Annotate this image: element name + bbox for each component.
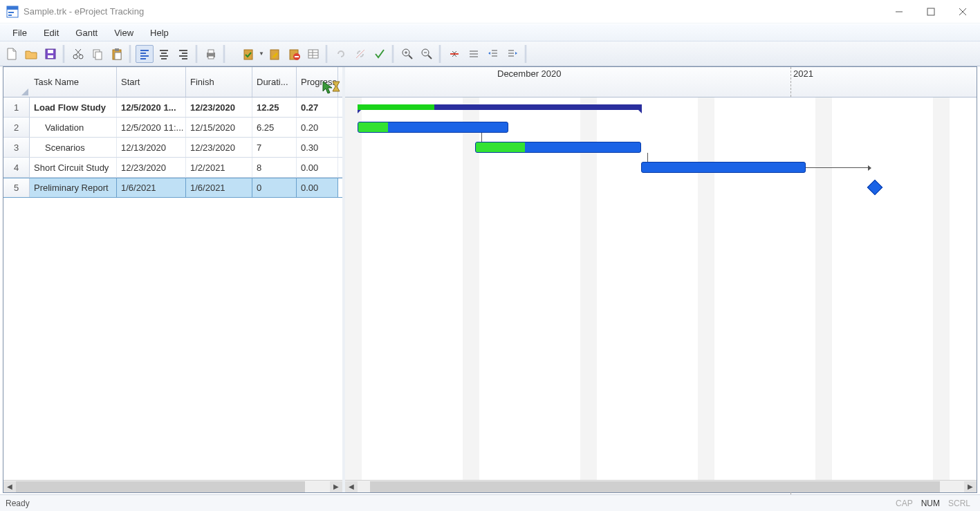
cell-progress[interactable]: 0.30 (297, 138, 338, 157)
toolbar: ▼ (0, 41, 980, 66)
gantt-body[interactable] (345, 97, 977, 480)
task-bar[interactable] (358, 122, 508, 133)
gantt-row (345, 178, 977, 198)
cell-progress[interactable]: 0.27 (297, 97, 338, 117)
scroll-right-icon[interactable]: ▶ (330, 481, 342, 492)
maximize-button[interactable] (915, 1, 947, 22)
menu-gantt[interactable]: Gantt (67, 26, 106, 39)
clipboard-check-icon[interactable] (239, 45, 257, 63)
gantt-hscroll[interactable]: ◀ ▶ (345, 480, 977, 492)
col-duration[interactable]: Durati... (252, 67, 297, 97)
scroll-left-icon[interactable]: ◀ (3, 481, 16, 492)
col-progress[interactable]: Progress (297, 67, 338, 97)
row-number[interactable]: 1 (3, 97, 30, 117)
table-row[interactable]: 4Short Circuit Study12/23/20201/2/202180… (3, 158, 342, 178)
expand-icon[interactable] (465, 45, 483, 63)
col-task-name[interactable]: Task Name (30, 67, 117, 97)
task-bar[interactable] (641, 162, 806, 173)
indent-right-icon[interactable] (503, 45, 521, 63)
cell-start[interactable]: 12/5/2020 11:... (117, 118, 186, 137)
table-icon[interactable] (304, 45, 322, 63)
table-row[interactable]: 5Preliminary Report1/6/20211/6/202100.00 (3, 178, 342, 198)
print-icon[interactable] (202, 45, 220, 63)
cell-finish[interactable]: 1/2/2021 (186, 158, 252, 177)
indent-left-icon[interactable] (484, 45, 502, 63)
zoom-in-icon[interactable] (398, 45, 416, 63)
paste-icon[interactable] (108, 45, 126, 63)
cell-name[interactable]: Load Flow Study (30, 97, 117, 117)
clipboard-edit-icon[interactable] (266, 45, 284, 63)
clipboard-remove-icon[interactable] (285, 45, 303, 63)
minimize-button[interactable] (883, 1, 915, 22)
task-bar[interactable] (475, 142, 641, 153)
cell-progress[interactable]: 0.00 (297, 178, 338, 197)
cell-name[interactable]: Validation (30, 118, 117, 137)
align-center-icon[interactable] (155, 45, 173, 63)
task-grid-pane: Task Name Start Finish Durati... Progres… (3, 67, 345, 492)
milestone[interactable] (867, 180, 883, 196)
cell-name[interactable]: Scenarios (30, 138, 117, 157)
cell-name[interactable]: Preliminary Report (30, 178, 117, 197)
cell-duration[interactable]: 12.25 (252, 97, 297, 117)
menu-file[interactable]: File (4, 26, 35, 39)
row-number[interactable]: 3 (3, 138, 30, 157)
menu-help[interactable]: Help (142, 26, 177, 39)
toolbar-separator (325, 45, 329, 63)
row-number[interactable]: 5 (3, 178, 30, 197)
svg-rect-33 (208, 50, 214, 53)
menubar: File Edit Gantt View Help (0, 24, 980, 41)
toolbar-separator (438, 45, 443, 63)
collapse-icon[interactable] (445, 45, 463, 63)
table-row[interactable]: 1Load Flow Study12/5/2020 1...12/23/2020… (3, 97, 342, 118)
cell-start[interactable]: 12/13/2020 (117, 138, 186, 157)
dependency-link (806, 167, 871, 168)
svg-rect-3 (8, 15, 12, 16)
cell-duration[interactable]: 8 (252, 158, 297, 177)
scroll-right-icon[interactable]: ▶ (964, 481, 977, 492)
col-finish[interactable]: Finish (186, 67, 252, 97)
cell-start[interactable]: 12/23/2020 (117, 158, 186, 177)
cut-icon[interactable] (69, 45, 87, 63)
save-icon[interactable] (41, 45, 59, 63)
cell-progress[interactable]: 0.20 (297, 118, 338, 137)
link-icon[interactable] (332, 45, 350, 63)
menu-view[interactable]: View (106, 26, 142, 39)
open-file-icon[interactable] (22, 45, 40, 63)
col-start[interactable]: Start (117, 67, 186, 97)
cell-finish[interactable]: 12/15/2020 (186, 118, 252, 137)
summary-bar[interactable] (358, 104, 642, 110)
row-number[interactable]: 4 (3, 158, 30, 177)
svg-rect-9 (48, 50, 53, 53)
gantt-header: December 2020 2021 (345, 67, 977, 97)
row-number[interactable]: 2 (3, 118, 30, 137)
cell-name[interactable]: Short Circuit Study (30, 158, 117, 177)
cell-duration[interactable]: 7 (252, 138, 297, 157)
close-button[interactable] (947, 1, 979, 22)
status-cap: CAP (891, 499, 917, 508)
year-label: 2021 (793, 68, 813, 79)
cell-finish[interactable]: 12/23/2020 (186, 97, 252, 117)
task-grid[interactable]: Task Name Start Finish Durati... Progres… (3, 67, 342, 492)
cell-start[interactable]: 1/6/2021 (117, 178, 186, 197)
copy-icon[interactable] (89, 45, 107, 63)
grid-hscroll[interactable]: ◀ ▶ (3, 480, 342, 492)
cell-progress[interactable]: 0.00 (297, 158, 338, 177)
cell-finish[interactable]: 1/6/2021 (186, 178, 252, 197)
new-file-icon[interactable] (3, 45, 21, 63)
align-left-icon[interactable] (136, 45, 154, 63)
unlink-icon[interactable] (351, 45, 369, 63)
table-row[interactable]: 3Scenarios12/13/202012/23/202070.30 (3, 138, 342, 158)
grid-corner[interactable] (3, 67, 30, 97)
cell-duration[interactable]: 6.25 (252, 118, 297, 137)
svg-rect-2 (8, 12, 14, 13)
cell-duration[interactable]: 0 (252, 178, 297, 197)
scroll-left-icon[interactable]: ◀ (345, 481, 358, 492)
checkmark-icon[interactable] (371, 45, 389, 63)
menu-edit[interactable]: Edit (35, 26, 67, 39)
table-row[interactable]: 2Validation12/5/2020 11:...12/15/20206.2… (3, 118, 342, 138)
zoom-out-icon[interactable] (418, 45, 436, 63)
cell-finish[interactable]: 12/23/2020 (186, 138, 252, 157)
align-right-icon[interactable] (174, 45, 192, 63)
svg-rect-16 (95, 52, 102, 59)
cell-start[interactable]: 12/5/2020 1... (117, 97, 186, 117)
